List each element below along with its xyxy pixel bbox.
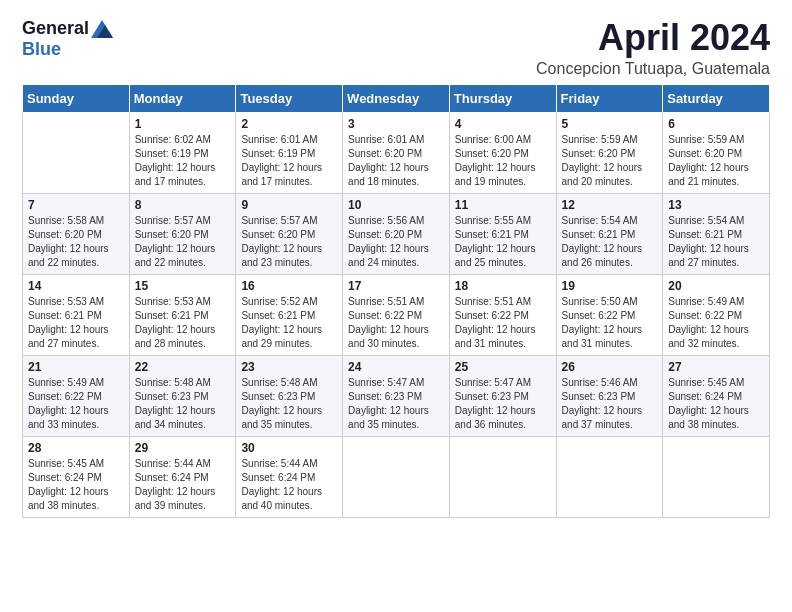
calendar-cell: 25Sunrise: 5:47 AM Sunset: 6:23 PM Dayli…: [449, 355, 556, 436]
day-info: Sunrise: 5:52 AM Sunset: 6:21 PM Dayligh…: [241, 295, 337, 351]
day-info: Sunrise: 5:44 AM Sunset: 6:24 PM Dayligh…: [135, 457, 231, 513]
day-number: 17: [348, 279, 444, 293]
day-number: 14: [28, 279, 124, 293]
calendar-cell: 22Sunrise: 5:48 AM Sunset: 6:23 PM Dayli…: [129, 355, 236, 436]
day-number: 11: [455, 198, 551, 212]
day-number: 7: [28, 198, 124, 212]
day-number: 8: [135, 198, 231, 212]
day-number: 30: [241, 441, 337, 455]
title-block: April 2024 Concepcion Tutuapa, Guatemala: [536, 18, 770, 78]
day-number: 18: [455, 279, 551, 293]
calendar-cell: [343, 436, 450, 517]
header-saturday: Saturday: [663, 84, 770, 112]
day-info: Sunrise: 5:51 AM Sunset: 6:22 PM Dayligh…: [455, 295, 551, 351]
calendar-cell: 10Sunrise: 5:56 AM Sunset: 6:20 PM Dayli…: [343, 193, 450, 274]
day-info: Sunrise: 6:01 AM Sunset: 6:20 PM Dayligh…: [348, 133, 444, 189]
calendar-cell: 2Sunrise: 6:01 AM Sunset: 6:19 PM Daylig…: [236, 112, 343, 193]
week-row-5: 28Sunrise: 5:45 AM Sunset: 6:24 PM Dayli…: [23, 436, 770, 517]
calendar-cell: [23, 112, 130, 193]
header-wednesday: Wednesday: [343, 84, 450, 112]
day-info: Sunrise: 5:53 AM Sunset: 6:21 PM Dayligh…: [135, 295, 231, 351]
calendar-cell: 3Sunrise: 6:01 AM Sunset: 6:20 PM Daylig…: [343, 112, 450, 193]
day-info: Sunrise: 5:59 AM Sunset: 6:20 PM Dayligh…: [562, 133, 658, 189]
header-tuesday: Tuesday: [236, 84, 343, 112]
calendar-cell: 15Sunrise: 5:53 AM Sunset: 6:21 PM Dayli…: [129, 274, 236, 355]
day-info: Sunrise: 5:48 AM Sunset: 6:23 PM Dayligh…: [241, 376, 337, 432]
day-number: 27: [668, 360, 764, 374]
calendar-cell: 9Sunrise: 5:57 AM Sunset: 6:20 PM Daylig…: [236, 193, 343, 274]
day-info: Sunrise: 5:47 AM Sunset: 6:23 PM Dayligh…: [348, 376, 444, 432]
day-number: 13: [668, 198, 764, 212]
day-info: Sunrise: 5:51 AM Sunset: 6:22 PM Dayligh…: [348, 295, 444, 351]
week-row-1: 1Sunrise: 6:02 AM Sunset: 6:19 PM Daylig…: [23, 112, 770, 193]
week-row-2: 7Sunrise: 5:58 AM Sunset: 6:20 PM Daylig…: [23, 193, 770, 274]
calendar-cell: 1Sunrise: 6:02 AM Sunset: 6:19 PM Daylig…: [129, 112, 236, 193]
calendar-cell: 17Sunrise: 5:51 AM Sunset: 6:22 PM Dayli…: [343, 274, 450, 355]
calendar-cell: 7Sunrise: 5:58 AM Sunset: 6:20 PM Daylig…: [23, 193, 130, 274]
calendar-cell: 20Sunrise: 5:49 AM Sunset: 6:22 PM Dayli…: [663, 274, 770, 355]
calendar-cell: 12Sunrise: 5:54 AM Sunset: 6:21 PM Dayli…: [556, 193, 663, 274]
day-number: 6: [668, 117, 764, 131]
day-info: Sunrise: 5:54 AM Sunset: 6:21 PM Dayligh…: [668, 214, 764, 270]
calendar-subtitle: Concepcion Tutuapa, Guatemala: [536, 60, 770, 78]
logo: General Blue: [22, 18, 113, 60]
logo-blue: Blue: [22, 39, 61, 60]
calendar-cell: [663, 436, 770, 517]
calendar-cell: 8Sunrise: 5:57 AM Sunset: 6:20 PM Daylig…: [129, 193, 236, 274]
day-info: Sunrise: 5:57 AM Sunset: 6:20 PM Dayligh…: [135, 214, 231, 270]
calendar-cell: 28Sunrise: 5:45 AM Sunset: 6:24 PM Dayli…: [23, 436, 130, 517]
day-number: 23: [241, 360, 337, 374]
day-number: 9: [241, 198, 337, 212]
calendar-cell: 21Sunrise: 5:49 AM Sunset: 6:22 PM Dayli…: [23, 355, 130, 436]
day-info: Sunrise: 5:55 AM Sunset: 6:21 PM Dayligh…: [455, 214, 551, 270]
header: General Blue April 2024 Concepcion Tutua…: [22, 18, 770, 78]
day-number: 29: [135, 441, 231, 455]
calendar-cell: 16Sunrise: 5:52 AM Sunset: 6:21 PM Dayli…: [236, 274, 343, 355]
page: General Blue April 2024 Concepcion Tutua…: [0, 0, 792, 612]
day-number: 26: [562, 360, 658, 374]
day-info: Sunrise: 5:56 AM Sunset: 6:20 PM Dayligh…: [348, 214, 444, 270]
day-number: 24: [348, 360, 444, 374]
day-info: Sunrise: 5:59 AM Sunset: 6:20 PM Dayligh…: [668, 133, 764, 189]
day-number: 28: [28, 441, 124, 455]
header-sunday: Sunday: [23, 84, 130, 112]
day-number: 22: [135, 360, 231, 374]
day-number: 2: [241, 117, 337, 131]
day-info: Sunrise: 5:49 AM Sunset: 6:22 PM Dayligh…: [28, 376, 124, 432]
day-info: Sunrise: 5:57 AM Sunset: 6:20 PM Dayligh…: [241, 214, 337, 270]
header-thursday: Thursday: [449, 84, 556, 112]
calendar-cell: 19Sunrise: 5:50 AM Sunset: 6:22 PM Dayli…: [556, 274, 663, 355]
calendar-cell: 5Sunrise: 5:59 AM Sunset: 6:20 PM Daylig…: [556, 112, 663, 193]
day-info: Sunrise: 5:45 AM Sunset: 6:24 PM Dayligh…: [28, 457, 124, 513]
logo-icon: [91, 20, 113, 38]
day-info: Sunrise: 5:47 AM Sunset: 6:23 PM Dayligh…: [455, 376, 551, 432]
header-friday: Friday: [556, 84, 663, 112]
day-info: Sunrise: 5:54 AM Sunset: 6:21 PM Dayligh…: [562, 214, 658, 270]
day-number: 1: [135, 117, 231, 131]
day-number: 16: [241, 279, 337, 293]
calendar-cell: 14Sunrise: 5:53 AM Sunset: 6:21 PM Dayli…: [23, 274, 130, 355]
day-number: 5: [562, 117, 658, 131]
calendar-table: SundayMondayTuesdayWednesdayThursdayFrid…: [22, 84, 770, 518]
week-row-4: 21Sunrise: 5:49 AM Sunset: 6:22 PM Dayli…: [23, 355, 770, 436]
calendar-cell: 23Sunrise: 5:48 AM Sunset: 6:23 PM Dayli…: [236, 355, 343, 436]
day-info: Sunrise: 6:00 AM Sunset: 6:20 PM Dayligh…: [455, 133, 551, 189]
day-info: Sunrise: 5:45 AM Sunset: 6:24 PM Dayligh…: [668, 376, 764, 432]
calendar-cell: [556, 436, 663, 517]
day-info: Sunrise: 5:53 AM Sunset: 6:21 PM Dayligh…: [28, 295, 124, 351]
day-number: 21: [28, 360, 124, 374]
calendar-cell: 27Sunrise: 5:45 AM Sunset: 6:24 PM Dayli…: [663, 355, 770, 436]
header-row: SundayMondayTuesdayWednesdayThursdayFrid…: [23, 84, 770, 112]
day-info: Sunrise: 5:49 AM Sunset: 6:22 PM Dayligh…: [668, 295, 764, 351]
day-number: 20: [668, 279, 764, 293]
day-info: Sunrise: 5:44 AM Sunset: 6:24 PM Dayligh…: [241, 457, 337, 513]
day-number: 12: [562, 198, 658, 212]
day-info: Sunrise: 5:46 AM Sunset: 6:23 PM Dayligh…: [562, 376, 658, 432]
calendar-cell: 26Sunrise: 5:46 AM Sunset: 6:23 PM Dayli…: [556, 355, 663, 436]
calendar-cell: 6Sunrise: 5:59 AM Sunset: 6:20 PM Daylig…: [663, 112, 770, 193]
calendar-cell: 4Sunrise: 6:00 AM Sunset: 6:20 PM Daylig…: [449, 112, 556, 193]
calendar-cell: 30Sunrise: 5:44 AM Sunset: 6:24 PM Dayli…: [236, 436, 343, 517]
logo-general: General: [22, 18, 89, 39]
day-number: 4: [455, 117, 551, 131]
calendar-cell: 24Sunrise: 5:47 AM Sunset: 6:23 PM Dayli…: [343, 355, 450, 436]
